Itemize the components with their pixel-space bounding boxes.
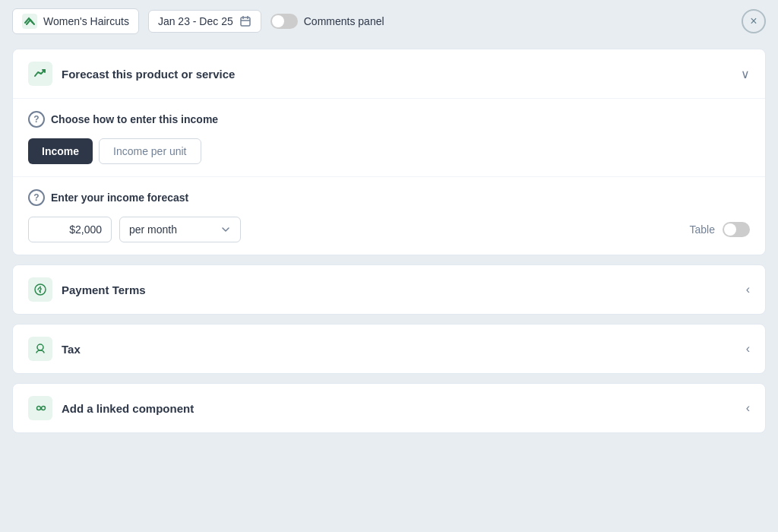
forecast-header[interactable]: Forecast this product or service ∨	[13, 49, 765, 98]
product-label: Women's Haircuts	[43, 15, 129, 27]
svg-point-8	[37, 407, 41, 410]
income-choice-label: Choose how to enter this income	[51, 113, 218, 125]
tax-icon	[28, 337, 52, 361]
comments-panel-toggle[interactable]: Comments panel	[270, 14, 384, 29]
income-choice-help-icon: ?	[28, 111, 45, 128]
period-select-text: per month	[129, 223, 216, 236]
income-per-unit-button[interactable]: Income per unit	[99, 138, 201, 164]
period-select[interactable]: per month	[119, 217, 241, 242]
income-button[interactable]: Income	[28, 138, 93, 164]
main-content: Forecast this product or service ∨ ? Cho…	[0, 43, 778, 445]
svg-rect-0	[241, 17, 250, 26]
income-choice-section: ? Choose how to enter this income Income…	[13, 99, 765, 177]
income-forecast-help-icon: ?	[28, 189, 45, 206]
forecast-title: Forecast this product or service	[62, 68, 235, 81]
period-chevron-icon	[220, 224, 231, 235]
svg-point-7	[37, 344, 43, 350]
linked-component-chevron: ‹	[746, 401, 750, 415]
payment-terms-header[interactable]: Payment Terms ‹	[13, 265, 765, 314]
forecast-header-left: Forecast this product or service	[28, 62, 235, 86]
comments-toggle-switch[interactable]	[270, 14, 298, 29]
forecast-section: Forecast this product or service ∨ ? Cho…	[12, 49, 766, 255]
table-label: Table	[690, 223, 715, 236]
tax-header[interactable]: Tax ‹	[13, 325, 765, 373]
close-button[interactable]: ×	[742, 9, 766, 33]
comments-panel-label: Comments panel	[304, 15, 384, 27]
tax-section: Tax ‹	[12, 324, 766, 374]
forecast-chevron: ∨	[741, 67, 750, 81]
product-icon	[22, 14, 37, 29]
income-forecast-label: Enter your income forecast	[51, 192, 188, 204]
tax-header-left: Tax	[28, 337, 81, 361]
linked-component-header-left: Add a linked component	[28, 396, 194, 420]
forecast-content: ? Choose how to enter this income Income…	[13, 98, 765, 255]
svg-point-9	[42, 407, 46, 410]
linked-component-title: Add a linked component	[62, 402, 194, 415]
forecast-row: per month Table	[28, 217, 750, 242]
income-forecast-section: ? Enter your income forecast per month T…	[13, 177, 765, 255]
linked-component-header[interactable]: Add a linked component ‹	[13, 384, 765, 432]
payment-terms-header-left: Payment Terms	[28, 277, 146, 302]
tax-chevron: ‹	[746, 342, 750, 356]
payment-terms-title: Payment Terms	[62, 283, 146, 296]
payment-terms-section: Payment Terms ‹	[12, 264, 766, 315]
payment-terms-icon	[28, 277, 52, 302]
table-toggle-area: Table	[690, 222, 750, 237]
tax-title: Tax	[62, 343, 81, 356]
product-selector[interactable]: Women's Haircuts	[12, 8, 139, 34]
linked-component-section: Add a linked component ‹	[12, 383, 766, 433]
amount-input[interactable]	[28, 217, 112, 242]
top-bar: Women's Haircuts Jan 23 - Dec 25 Comment…	[0, 0, 778, 43]
payment-terms-chevron: ‹	[746, 283, 750, 296]
date-range-selector[interactable]: Jan 23 - Dec 25	[148, 10, 261, 33]
calendar-icon	[239, 15, 251, 27]
forecast-icon	[28, 62, 52, 86]
date-range-label: Jan 23 - Dec 25	[158, 15, 233, 27]
income-forecast-header: ? Enter your income forecast	[28, 189, 750, 206]
income-choice-header: ? Choose how to enter this income	[28, 111, 750, 128]
income-type-btn-group: Income Income per unit	[28, 138, 750, 164]
table-toggle-switch[interactable]	[723, 222, 750, 237]
linked-component-icon	[28, 396, 52, 420]
